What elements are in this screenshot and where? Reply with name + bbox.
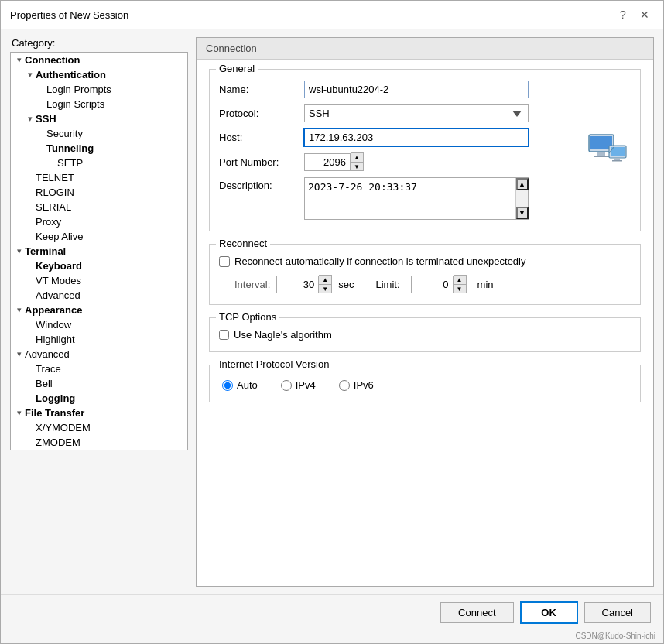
tree-item-label: Appearance — [25, 304, 82, 316]
tree-expander[interactable]: ▾ — [25, 70, 36, 80]
interval-up-button[interactable]: ▲ — [319, 276, 331, 284]
tree-item-security[interactable]: Security — [11, 126, 187, 141]
reconnect-checkbox[interactable] — [219, 256, 230, 267]
tree-item-proxy[interactable]: Proxy — [11, 214, 187, 229]
category-label: Category: — [10, 37, 188, 49]
tree-item-label: Login Scripts — [46, 98, 104, 110]
tree-item-label: Authentication — [36, 69, 106, 80]
ip-ipv4-radio[interactable] — [281, 380, 292, 391]
scrollbar-up-button[interactable]: ▲ — [516, 178, 529, 190]
connect-button[interactable]: Connect — [440, 602, 513, 623]
tree-panel: ▾Connection▾AuthenticationLogin PromptsL… — [10, 52, 188, 450]
tree-item-window[interactable]: Window — [11, 317, 187, 332]
tree-item-keep-alive[interactable]: Keep Alive — [11, 229, 187, 244]
port-up-button[interactable]: ▲ — [351, 153, 363, 162]
ip-ipv4-item[interactable]: IPv4 — [281, 379, 316, 391]
interval-spinner-btns: ▲ ▼ — [319, 275, 332, 293]
tree-item-label: TELNET — [36, 172, 74, 183]
title-controls: ? ✕ — [614, 7, 654, 22]
tree-item-sftp[interactable]: SFTP — [11, 156, 187, 170]
tree-item-label: Advanced — [36, 289, 80, 301]
general-section-title: General — [216, 63, 258, 74]
limit-down-button[interactable]: ▼ — [454, 284, 466, 293]
ip-ipv4-label: IPv4 — [296, 379, 316, 391]
nagle-checkbox[interactable] — [219, 330, 229, 340]
tree-item-keyboard[interactable]: Keyboard — [11, 259, 187, 273]
port-row: Port Number: ▲ ▼ — [219, 152, 577, 171]
tree-item-label: Trace — [36, 363, 61, 375]
port-down-button[interactable]: ▼ — [351, 162, 363, 170]
interval-down-button[interactable]: ▼ — [319, 284, 331, 293]
port-input[interactable] — [304, 153, 351, 171]
content-panel: Connection General Name: — [196, 37, 654, 587]
tree-item-zmodem[interactable]: ZMODEM — [11, 435, 187, 450]
host-label: Host: — [219, 132, 304, 143]
tree-item-label: Tunneling — [46, 142, 94, 154]
ip-auto-item[interactable]: Auto — [222, 379, 258, 391]
tree-item-advanced2[interactable]: ▾Advanced — [11, 347, 187, 361]
tree-item-vt-modes[interactable]: VT Modes — [11, 273, 187, 288]
tree-item-rlogin[interactable]: RLOGIN — [11, 185, 187, 200]
ip-section: Internet Protocol Version Auto IPv4 — [209, 365, 641, 402]
ok-button[interactable]: OK — [520, 601, 578, 624]
tree-item-tunneling[interactable]: Tunneling — [11, 141, 187, 156]
interval-row: Interval: ▲ ▼ sec Limit: — [219, 275, 631, 293]
tree-item-ssh[interactable]: ▾SSH — [11, 111, 187, 126]
svg-rect-3 — [594, 156, 609, 157]
ip-ipv6-label: IPv6 — [354, 379, 374, 391]
tree-expander[interactable]: ▾ — [14, 55, 25, 65]
tree-item-label: Keyboard — [36, 260, 82, 272]
tree-item-label: VT Modes — [36, 275, 81, 286]
tree-item-label: Connection — [25, 54, 80, 66]
tree-item-authentication[interactable]: ▾Authentication — [11, 67, 187, 82]
ip-ipv6-radio[interactable] — [339, 380, 350, 391]
interval-spinner: ▲ ▼ — [276, 275, 332, 293]
protocol-select[interactable]: SSH TELNET RLOGIN SERIAL — [304, 104, 529, 122]
tree-item-label: File Transfer — [25, 407, 84, 419]
reconnect-section: Reconnect Reconnect automatically if con… — [209, 244, 641, 305]
tree-item-trace[interactable]: Trace — [11, 361, 187, 376]
tree-item-serial[interactable]: SERIAL — [11, 200, 187, 214]
close-button[interactable]: ✕ — [635, 7, 654, 22]
svg-rect-6 — [614, 158, 620, 160]
limit-input[interactable] — [411, 276, 454, 293]
name-row: Name: — [219, 80, 577, 98]
tree-expander[interactable]: ▾ — [14, 305, 25, 315]
reconnect-checkbox-label[interactable]: Reconnect automatically if connection is… — [234, 255, 526, 267]
nagle-row: Use Nagle's algorithm — [219, 329, 631, 341]
network-icon-area — [584, 80, 631, 220]
tree-item-xymodem[interactable]: X/YMODEM — [11, 420, 187, 435]
tree-item-highlight[interactable]: Highlight — [11, 332, 187, 347]
tree-item-terminal[interactable]: ▾Terminal — [11, 244, 187, 259]
name-input[interactable] — [304, 80, 529, 98]
tree-item-label: Highlight — [36, 334, 75, 345]
tree-item-logging[interactable]: Logging — [11, 391, 187, 406]
scrollbar-down-button[interactable]: ▼ — [516, 207, 529, 219]
ip-ipv6-item[interactable]: IPv6 — [339, 379, 374, 391]
tree-expander[interactable]: ▾ — [14, 246, 25, 256]
limit-up-button[interactable]: ▲ — [454, 276, 466, 284]
ip-auto-radio[interactable] — [222, 380, 233, 391]
limit-unit: min — [477, 279, 494, 290]
tree-item-telnet[interactable]: TELNET — [11, 170, 187, 185]
nagle-label[interactable]: Use Nagle's algorithm — [234, 329, 332, 341]
interval-input[interactable] — [276, 276, 319, 293]
tree-item-appearance[interactable]: ▾Appearance — [11, 303, 187, 317]
tree-item-login-prompts[interactable]: Login Prompts — [11, 82, 187, 97]
tree-item-file-transfer[interactable]: ▾File Transfer — [11, 406, 187, 420]
tree-expander[interactable]: ▾ — [25, 114, 36, 124]
tree-item-bell[interactable]: Bell — [11, 376, 187, 391]
tree-item-label: Window — [36, 319, 71, 331]
tree-item-login-scripts[interactable]: Login Scripts — [11, 97, 187, 111]
ip-radio-row: Auto IPv4 IPv6 — [219, 379, 631, 391]
description-input[interactable] — [305, 178, 528, 219]
cancel-button[interactable]: Cancel — [584, 602, 651, 623]
tree-item-label: Keep Alive — [36, 231, 83, 242]
tree-expander[interactable]: ▾ — [14, 349, 25, 359]
tree-expander[interactable]: ▾ — [14, 408, 25, 418]
tree-item-connection[interactable]: ▾Connection — [11, 53, 187, 67]
host-input[interactable] — [304, 128, 529, 146]
help-button[interactable]: ? — [614, 7, 632, 22]
ip-section-title: Internet Protocol Version — [216, 358, 332, 370]
tree-item-advanced[interactable]: Advanced — [11, 288, 187, 303]
